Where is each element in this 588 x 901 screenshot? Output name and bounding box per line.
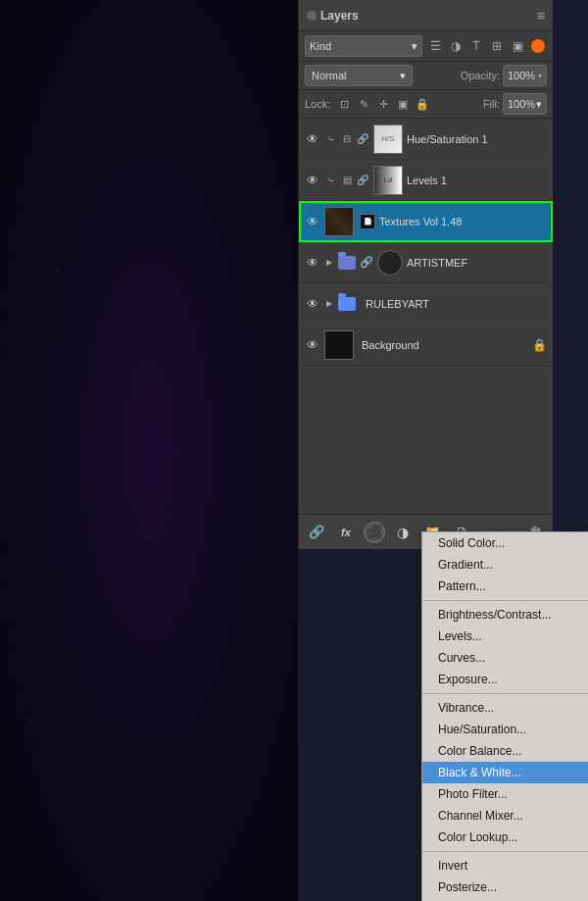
layer-visibility-toggle[interactable]: 👁 <box>305 173 320 188</box>
layer-thumbnail <box>324 207 354 236</box>
lock-artboard-icon[interactable]: ▣ <box>395 96 411 112</box>
layer-item-background[interactable]: 👁 Background 🔒 <box>299 325 553 366</box>
opacity-arrow: ▾ <box>538 72 542 80</box>
menu-item-channel-mixer[interactable]: Channel Mixer... <box>422 805 588 826</box>
layer-name: RULEBYART <box>366 298 547 310</box>
layer-visibility-toggle[interactable]: 👁 <box>305 131 320 147</box>
layer-name: ARTISTMEF <box>407 257 547 269</box>
panel-menu-button[interactable]: ≡ <box>537 8 545 24</box>
layer-visibility-toggle[interactable]: 👁 <box>305 337 320 353</box>
add-mask-button[interactable]: ⬛ <box>364 522 385 543</box>
filter-active-dot <box>531 39 545 53</box>
layer-item-rulebyart[interactable]: 👁 ▶ RULEBYART <box>299 283 553 325</box>
kind-filter-arrow: ▾ <box>412 40 417 53</box>
lock-position-icon[interactable]: ✛ <box>375 96 391 112</box>
layer-link-icon: 🔗 <box>356 132 369 146</box>
panel-title: Layers <box>320 9 359 23</box>
active-filter-circle[interactable] <box>529 37 547 55</box>
artboard-filter-icon[interactable]: ▣ <box>509 37 526 55</box>
opacity-label: Opacity: <box>461 70 500 81</box>
menu-item-pattern[interactable]: Pattern... <box>422 576 588 597</box>
blend-mode-arrow: ▾ <box>400 70 406 82</box>
type-filter-icon[interactable]: T <box>467 37 485 55</box>
fill-arrow: ▾ <box>536 98 542 111</box>
layer-item-artistmef[interactable]: 👁 ▶ 🔗 ARTISTMEF <box>299 242 553 283</box>
lock-icons: ⊡ ✎ ✛ ▣ 🔒 <box>336 96 430 112</box>
lock-all-icon[interactable]: 🔒 <box>415 96 430 112</box>
opacity-input[interactable]: 100% ▾ <box>503 65 547 86</box>
filter-icons: ☰ ◑ T ⊞ ▣ <box>426 37 547 55</box>
kind-filter-label: Kind <box>310 40 331 52</box>
blend-bar: Normal ▾ Opacity: 100% ▾ <box>299 62 553 90</box>
menu-item-exposure[interactable]: Exposure... <box>422 669 588 690</box>
layer-visibility-toggle[interactable]: 👁 <box>305 214 320 229</box>
clip-arrow-icon: ⤷ <box>324 132 338 146</box>
folder-icon <box>338 297 356 311</box>
lock-pixels-icon[interactable]: ✎ <box>356 96 371 112</box>
layer-name: Levels 1 <box>407 175 547 186</box>
smart-filter-icon[interactable]: ⊞ <box>488 37 506 55</box>
layer-type-icon: ⊟ <box>340 132 354 146</box>
layer-smart-badge: 📄 <box>360 214 375 229</box>
layer-bars-icon: ▤ <box>340 174 354 187</box>
menu-item-solid-color[interactable]: Solid Color... <box>422 532 588 554</box>
menu-item-levels[interactable]: Levels... <box>422 626 588 647</box>
new-adjustment-button[interactable]: ◑ <box>391 521 415 544</box>
clip-arrow-icon: ⤷ <box>324 174 338 187</box>
filter-bar: Kind ▾ ☰ ◑ T ⊞ ▣ <box>299 31 553 62</box>
layers-panel: Layers ≡ Kind ▾ ☰ ◑ T ⊞ ▣ Normal ▾ Opaci… <box>298 0 553 549</box>
fill-group: Fill: 100% ▾ <box>483 93 547 115</box>
fill-value-text: 100% <box>508 98 535 110</box>
folder-icon <box>338 256 356 270</box>
folder-expand-arrow[interactable]: ▶ <box>324 258 334 268</box>
layer-name: Background <box>362 339 528 351</box>
layer-item-levels[interactable]: 👁 ⤷ ▤ 🔗 Lvl Levels 1 <box>299 160 553 201</box>
layer-thumbnail <box>324 330 354 360</box>
layer-thumbnail: H/S <box>373 125 403 154</box>
menu-item-color-lookup[interactable]: Color Lookup... <box>422 826 588 848</box>
layer-thumbnail: Lvl <box>373 166 403 195</box>
panel-header-left: Layers <box>307 9 359 23</box>
adjustment-filter-icon[interactable]: ◑ <box>447 37 465 55</box>
kind-filter-select[interactable]: Kind ▾ <box>305 35 422 57</box>
panel-close-button[interactable] <box>307 11 317 21</box>
layer-name: Hue/Saturation 1 <box>407 133 547 145</box>
layer-item-textures[interactable]: 👁 📄 Textures Vol 1.48 <box>299 201 553 242</box>
menu-item-photo-filter[interactable]: Photo Filter... <box>422 783 588 805</box>
pixel-filter-icon[interactable]: ☰ <box>426 37 444 55</box>
layer-visibility-toggle[interactable]: 👁 <box>305 255 320 271</box>
opacity-value-text: 100% <box>508 70 535 81</box>
menu-item-color-balance[interactable]: Color Balance... <box>422 740 588 762</box>
lock-bar: Lock: ⊡ ✎ ✛ ▣ 🔒 Fill: 100% ▾ <box>299 90 553 119</box>
menu-item-gradient[interactable]: Gradient... <box>422 554 588 576</box>
link-layers-button[interactable]: 🔗 <box>305 521 328 544</box>
layer-lock-icon: 🔒 <box>532 338 547 352</box>
menu-item-invert[interactable]: Invert <box>422 855 588 876</box>
fill-label: Fill: <box>483 98 500 110</box>
layer-visibility-toggle[interactable]: 👁 <box>305 296 320 312</box>
layer-thumbnail-image <box>325 208 353 235</box>
layer-clip-icons: ⤷ ⊟ 🔗 <box>324 132 369 146</box>
layer-clip-icons: ⤷ ▤ 🔗 <box>324 174 369 187</box>
menu-item-hue-saturation[interactable]: Hue/Saturation... <box>422 719 588 740</box>
lock-transparent-icon[interactable]: ⊡ <box>336 96 352 112</box>
layer-name: Textures Vol 1.48 <box>379 216 547 227</box>
fill-input[interactable]: 100% ▾ <box>503 93 547 115</box>
menu-item-brightness-contrast[interactable]: Brightness/Contrast... <box>422 604 588 626</box>
add-style-button[interactable]: fx <box>334 521 358 544</box>
blend-mode-label: Normal <box>312 70 346 81</box>
layer-item-hue-saturation[interactable]: 👁 ⤷ ⊟ 🔗 H/S Hue/Saturation 1 <box>299 119 553 160</box>
menu-item-posterize[interactable]: Posterize... <box>422 876 588 898</box>
menu-item-vibrance[interactable]: Vibrance... <box>422 697 588 719</box>
panel-header: Layers ≡ <box>299 0 553 31</box>
menu-item-curves[interactable]: Curves... <box>422 647 588 669</box>
lock-label: Lock: <box>305 98 330 110</box>
menu-separator-2 <box>422 693 588 694</box>
context-menu: Solid Color... Gradient... Pattern... Br… <box>421 531 588 901</box>
folder-expand-arrow[interactable]: ▶ <box>324 299 334 309</box>
menu-item-black-white[interactable]: Black & White... <box>422 762 588 783</box>
layer-mask-thumbnail <box>377 250 403 275</box>
blend-mode-select[interactable]: Normal ▾ <box>305 65 413 86</box>
opacity-group: Opacity: 100% ▾ <box>416 65 547 86</box>
layer-link-icon: 🔗 <box>360 256 373 270</box>
